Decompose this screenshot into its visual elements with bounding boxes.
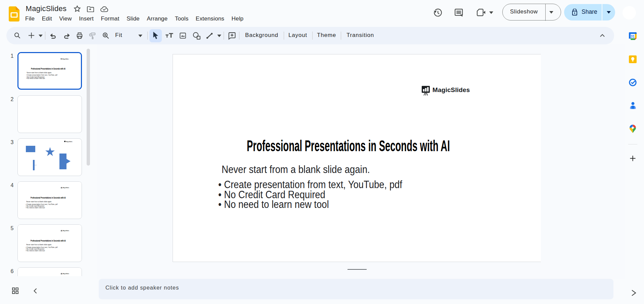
svg-text:31: 31 xyxy=(631,34,635,38)
